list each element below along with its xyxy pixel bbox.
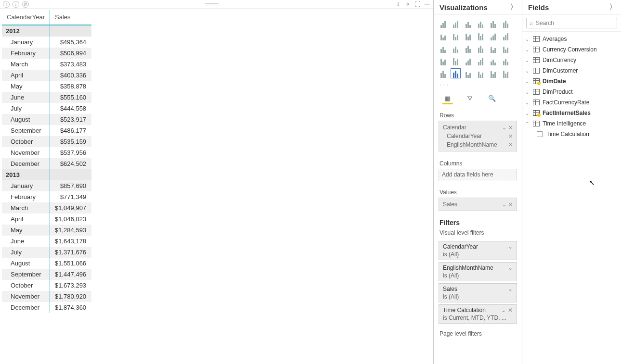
month-cell[interactable]: January: [2, 37, 50, 48]
line-stacked-viz-icon[interactable]: [489, 31, 498, 40]
field-well-item[interactable]: Sales⌄✕: [442, 200, 514, 209]
field-well-item[interactable]: CalendarYear✕: [442, 132, 514, 140]
line-viz-icon[interactable]: [439, 31, 448, 40]
column-header[interactable]: CalendarYear: [2, 10, 50, 25]
chevron-down-icon[interactable]: ⌄: [501, 307, 506, 314]
fields-header[interactable]: Fields 〉: [522, 0, 621, 15]
month-cell[interactable]: November: [2, 147, 50, 158]
py-visual-viz-icon[interactable]: [476, 69, 485, 78]
matrix-viz-icon[interactable]: [451, 69, 460, 78]
year-cell[interactable]: 2012: [2, 25, 50, 37]
month-cell[interactable]: January: [2, 180, 50, 191]
map-viz-icon[interactable]: [501, 44, 510, 53]
month-cell[interactable]: August: [2, 258, 50, 269]
chevron-down-icon[interactable]: ⌄: [502, 125, 506, 131]
table-dimdate[interactable]: ⌄DimDate: [522, 76, 621, 87]
month-cell[interactable]: December: [2, 302, 50, 313]
search-input[interactable]: ⌕ Search: [526, 18, 617, 28]
table-factcurrencyrate[interactable]: ⌄FactCurrencyRate: [522, 97, 621, 108]
slicer-viz-icon[interactable]: [501, 56, 510, 65]
month-cell[interactable]: November: [2, 291, 50, 302]
ribbon-viz-icon[interactable]: [501, 31, 510, 40]
month-cell[interactable]: June: [2, 92, 50, 103]
more-options-icon[interactable]: ⋯: [424, 1, 430, 8]
filter-card[interactable]: Time Calculation⌄✕is Current, MTD, YTD, …: [439, 304, 517, 324]
month-cell[interactable]: May: [2, 81, 50, 92]
analytics-tab-icon[interactable]: 🔍: [487, 94, 497, 104]
field-well-item[interactable]: EnglishMonthName✕: [442, 140, 514, 149]
filter-card[interactable]: Sales⌄is (All): [439, 283, 517, 302]
table-factinternetsales[interactable]: ⌄FactInternetSales: [522, 108, 621, 118]
chevron-down-icon[interactable]: ⌄: [502, 201, 506, 208]
expand-all-icon[interactable]: ⇵: [22, 1, 29, 8]
100-stacked-bar-viz-icon[interactable]: [489, 19, 498, 28]
month-cell[interactable]: March: [2, 202, 50, 213]
month-cell[interactable]: March: [2, 59, 50, 70]
month-cell[interactable]: February: [2, 48, 50, 59]
drill-down-icon[interactable]: ↓: [13, 1, 19, 8]
chevron-down-icon[interactable]: ⌄: [508, 286, 513, 292]
remove-field-icon[interactable]: ✕: [508, 142, 513, 148]
remove-field-icon[interactable]: ✕: [508, 201, 513, 208]
remove-field-icon[interactable]: ✕: [508, 125, 513, 131]
drag-handle-icon[interactable]: ═══: [32, 0, 392, 8]
month-cell[interactable]: September: [2, 269, 50, 280]
waterfall-viz-icon[interactable]: [439, 44, 448, 53]
table-averages[interactable]: ⌄Averages: [522, 34, 621, 44]
remove-filter-icon[interactable]: ✕: [508, 307, 513, 314]
arcgis-viz-icon[interactable]: [501, 69, 510, 78]
matrix-visual[interactable]: CalendarYearSales 2012January$495,364Feb…: [2, 10, 433, 313]
collapse-fields-icon[interactable]: 〉: [609, 3, 616, 12]
more-visuals-button[interactable]: · · ·: [434, 79, 522, 90]
month-cell[interactable]: July: [2, 103, 50, 114]
table-viz-icon[interactable]: [439, 69, 448, 78]
month-cell[interactable]: April: [2, 70, 50, 81]
scatter-viz-icon[interactable]: [451, 44, 460, 53]
chevron-down-icon[interactable]: ⌄: [508, 243, 513, 250]
focus-mode-icon[interactable]: ⛶: [414, 1, 421, 8]
table-dimcustomer[interactable]: ⌄DimCustomer: [522, 65, 621, 76]
month-cell[interactable]: August: [2, 114, 50, 125]
values-well-box[interactable]: Sales⌄✕: [439, 198, 517, 211]
filter-card[interactable]: CalendarYear⌄is (All): [439, 241, 517, 260]
checkbox[interactable]: [537, 131, 543, 137]
table-currency-conversion[interactable]: ⌄Currency Conversion: [522, 44, 621, 55]
stacked-bar-viz-icon[interactable]: [439, 19, 448, 28]
collapse-viz-icon[interactable]: 〉: [510, 3, 517, 12]
pie-viz-icon[interactable]: [464, 44, 473, 53]
line-clustered-viz-icon[interactable]: [476, 31, 485, 40]
month-cell[interactable]: October: [2, 136, 50, 147]
treemap-viz-icon[interactable]: [489, 44, 498, 53]
month-cell[interactable]: October: [2, 280, 50, 291]
month-cell[interactable]: February: [2, 191, 50, 202]
100-stacked-column-viz-icon[interactable]: [501, 19, 510, 28]
kpi-viz-icon[interactable]: [489, 56, 498, 65]
funnel-viz-icon[interactable]: [439, 56, 448, 65]
pin-icon[interactable]: ✧: [404, 1, 411, 8]
stacked-area-viz-icon[interactable]: [464, 31, 473, 40]
remove-field-icon[interactable]: ✕: [508, 133, 513, 139]
column-header[interactable]: Sales: [50, 10, 91, 25]
r-visual-viz-icon[interactable]: [464, 69, 473, 78]
month-cell[interactable]: April: [2, 213, 50, 225]
drill-up-icon[interactable]: ↑: [3, 1, 10, 8]
gauge-viz-icon[interactable]: [451, 56, 460, 65]
format-tab-icon[interactable]: ᗊ: [465, 94, 475, 104]
stacked-column-viz-icon[interactable]: [451, 19, 460, 28]
month-cell[interactable]: June: [2, 236, 50, 247]
donut-viz-icon[interactable]: [476, 44, 485, 53]
rows-well-box[interactable]: Calendar ⌄✕ CalendarYear✕EnglishMonthNam…: [439, 121, 517, 151]
clustered-column-viz-icon[interactable]: [476, 19, 485, 28]
columns-well-box[interactable]: Add data fields here: [439, 169, 517, 180]
key-influencer-viz-icon[interactable]: [489, 69, 498, 78]
multi-card-viz-icon[interactable]: [476, 56, 485, 65]
chevron-down-icon[interactable]: ⌄: [508, 264, 513, 271]
month-cell[interactable]: May: [2, 225, 50, 236]
table-time-intelligence[interactable]: ⌃Time Intelligence: [522, 118, 621, 129]
month-cell[interactable]: September: [2, 125, 50, 136]
export-icon[interactable]: ⤓: [395, 1, 401, 8]
visualizations-header[interactable]: Visualizations 〉: [434, 0, 522, 15]
filter-card[interactable]: EnglishMonthName⌄is (All): [439, 262, 517, 281]
field-time-calculation[interactable]: Time Calculation: [522, 129, 621, 139]
clustered-bar-viz-icon[interactable]: [464, 19, 473, 28]
